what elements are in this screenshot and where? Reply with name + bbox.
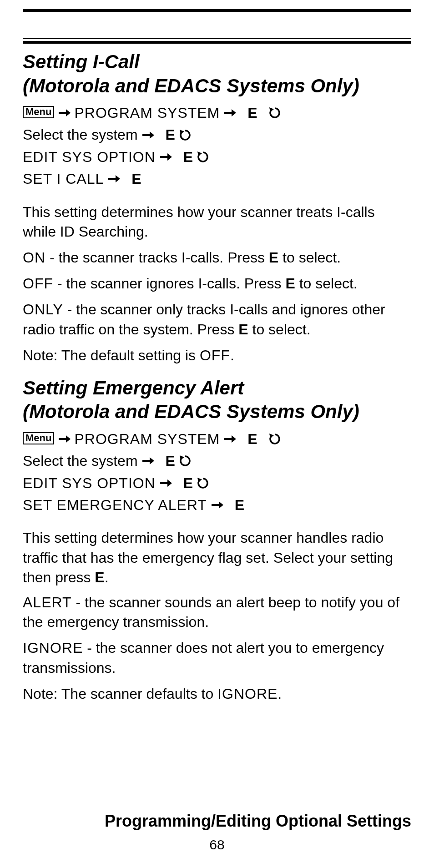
nav-edit-sys-option: EDIT SYS OPTION (23, 473, 156, 494)
e-key: E (183, 473, 193, 494)
nav-set-emergency-alert: SET EMERGENCY ALERT (23, 495, 207, 515)
option-on: ON - the scanner tracks I-calls. Press E… (23, 248, 411, 267)
option-only-text-2: to select. (248, 321, 311, 338)
e-key: E (235, 495, 244, 515)
svg-marker-3 (232, 109, 236, 116)
nav-line-1-b: Menu PROGRAM SYSTEM E (23, 429, 411, 449)
note-val: IGNORE (217, 686, 278, 702)
section-1-title: Setting I-Call (Motorola and EDACS Syste… (23, 50, 411, 98)
e-key: E (165, 450, 175, 471)
svg-marker-1 (66, 109, 71, 116)
nav-set-i-call: SET I CALL (23, 168, 104, 189)
option-only-text: - the scanner only tracks I-calls and ig… (23, 301, 385, 337)
section-1-note: Note: The default setting is OFF. (23, 346, 411, 365)
option-off: OFF - the scanner ignores I-calls. Press… (23, 274, 411, 293)
nav-line-2-b: Select the system E (23, 450, 411, 471)
svg-marker-14 (66, 435, 71, 443)
svg-marker-6 (150, 131, 154, 139)
arrow-right-icon (58, 434, 71, 444)
rotate-icon (268, 106, 281, 119)
section-2-note: Note: The scanner defaults to IGNORE. (23, 684, 411, 704)
e-key: E (285, 275, 295, 292)
nav-line-1: Menu PROGRAM SYSTEM E (23, 102, 411, 123)
svg-marker-25 (219, 501, 223, 509)
arrow-right-icon (107, 174, 120, 184)
note-val: OFF (200, 347, 230, 363)
option-on-text-2: to select. (278, 249, 341, 266)
e-key: E (247, 429, 257, 449)
note-post: . (278, 686, 282, 702)
svg-marker-19 (150, 457, 154, 464)
note-post: . (230, 347, 234, 363)
arrow-right-icon (141, 456, 154, 466)
nav-line-3: EDIT SYS OPTION E (23, 146, 411, 167)
rule-thick-2 (23, 41, 411, 44)
section-1-title-line-1: Setting I-Call (23, 51, 140, 72)
option-off-text: - the scanner ignores I-calls. Press (53, 275, 285, 292)
svg-marker-9 (167, 153, 172, 161)
section-1-title-line-2: (Motorola and EDACS Systems Only) (23, 75, 359, 96)
manual-page: Setting I-Call (Motorola and EDACS Syste… (0, 0, 434, 868)
section-2-title-line-1: Setting Emergency Alert (23, 377, 244, 399)
section-2-intro: This setting determines how your scanner… (23, 528, 411, 587)
nav-program-system: PROGRAM SYSTEM (74, 102, 220, 123)
option-only: ONLY - the scanner only tracks I-calls a… (23, 300, 411, 339)
menu-key-box: Menu (23, 432, 54, 444)
option-alert: ALERT - the scanner sounds an alert beep… (23, 593, 411, 632)
page-number: 68 (0, 837, 434, 853)
arrow-right-icon (159, 152, 172, 162)
section-1-intro: This setting determines how your scanner… (23, 202, 411, 242)
arrow-right-icon (58, 108, 71, 118)
footer-section-title: Programming/Editing Optional Settings (23, 812, 411, 831)
option-alert-label: ALERT (23, 594, 72, 611)
option-off-text-2: to select. (295, 275, 358, 292)
section-2-intro-b: . (105, 569, 109, 585)
nav-edit-sys-option: EDIT SYS OPTION (23, 146, 156, 167)
svg-marker-16 (232, 435, 236, 443)
e-key: E (247, 102, 257, 123)
option-alert-text: - the scanner sounds an alert beep to no… (23, 594, 399, 630)
nav-select-system: Select the system (23, 450, 138, 471)
nav-line-3-b: EDIT SYS OPTION E (23, 473, 411, 494)
option-only-label: ONLY (23, 301, 63, 318)
nav-line-4-b: SET EMERGENCY ALERT E (23, 495, 411, 515)
note-pre: Note: The default setting is (23, 347, 200, 363)
svg-marker-12 (116, 175, 120, 182)
option-on-text: - the scanner tracks I-calls. Press (45, 249, 269, 266)
svg-marker-22 (167, 479, 172, 487)
top-rule-group (23, 9, 411, 44)
e-key: E (238, 321, 248, 338)
e-key: E (165, 124, 175, 145)
menu-key-box: Menu (23, 106, 54, 118)
arrow-right-icon (223, 434, 236, 444)
section-2-title: Setting Emergency Alert (Motorola and ED… (23, 376, 411, 424)
option-on-label: ON (23, 249, 45, 266)
rotate-icon (179, 454, 192, 467)
option-off-label: OFF (23, 275, 53, 292)
arrow-right-icon (211, 500, 223, 510)
e-key: E (131, 168, 141, 189)
arrow-right-icon (159, 478, 172, 488)
e-key: E (95, 569, 104, 585)
note-pre: Note: The scanner defaults to (23, 686, 217, 702)
nav-select-system: Select the system (23, 124, 138, 145)
arrow-right-icon (141, 130, 154, 140)
e-key: E (183, 146, 193, 167)
option-ignore-label: IGNORE (23, 640, 83, 656)
rotate-icon (197, 477, 209, 490)
nav-line-4: SET I CALL E (23, 168, 411, 189)
option-ignore: IGNORE - the scanner does not alert you … (23, 638, 411, 677)
nav-line-2: Select the system E (23, 124, 411, 145)
section-2-intro-a: This setting determines how your scanner… (23, 530, 393, 585)
rotate-icon (179, 129, 192, 141)
nav-program-system: PROGRAM SYSTEM (74, 429, 220, 449)
e-key: E (269, 249, 278, 266)
rotate-icon (197, 151, 209, 163)
rotate-icon (268, 433, 281, 445)
arrow-right-icon (223, 108, 236, 118)
section-2-title-line-2: (Motorola and EDACS Systems Only) (23, 401, 359, 422)
